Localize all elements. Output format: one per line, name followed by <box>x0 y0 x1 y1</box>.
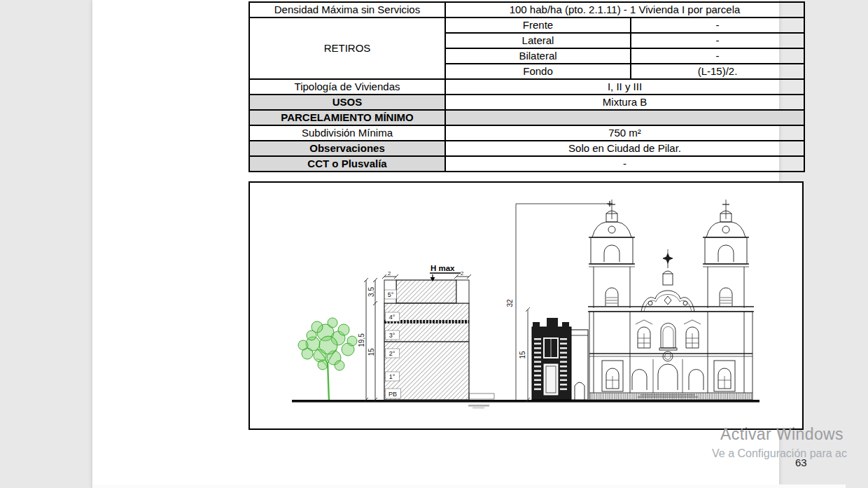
lower-floors-dim: 15 <box>368 348 375 356</box>
h-max-annotation: H max <box>430 264 461 281</box>
floor-label-1: 1° <box>389 373 396 380</box>
building-elevation <box>384 280 469 400</box>
floor-label-5: 5° <box>388 291 394 298</box>
tipologia-value: I, II y III <box>445 79 804 95</box>
retiros-frente-value: - <box>631 18 804 33</box>
parcelamiento-value <box>445 110 804 125</box>
activation-watermark-title: Activar Windows <box>720 425 844 444</box>
table-row: Tipología de Viviendas I, II y III <box>249 79 804 95</box>
horizontal-scrollbar[interactable] <box>92 484 846 488</box>
table-row: RETIROS Frente - <box>249 18 804 33</box>
activation-watermark-subtitle: Ve a Configuración para ac <box>712 447 847 460</box>
small-building-elevation <box>532 318 588 400</box>
zoning-table: Densidad Máxima sin Servicios 100 hab/ha… <box>248 1 805 172</box>
retiros-bilateral-value: - <box>631 48 804 64</box>
top-floor-dim: 3,5 <box>368 287 375 297</box>
retiros-lateral-value: - <box>631 33 804 48</box>
total-height-dim: 19,5 <box>358 333 365 347</box>
table-row: CCT o Plusvalía - <box>249 156 804 172</box>
retiros-frente-label: Frente <box>445 18 631 33</box>
tree-drawing <box>298 318 357 400</box>
setback-left-dim: 2 <box>388 270 391 277</box>
retiros-lateral-label: Lateral <box>445 33 631 48</box>
table-row: Subdivisión Mínima 750 m² <box>249 125 804 141</box>
table-row: Observaciones Solo en Ciudad de Pilar. <box>249 141 804 156</box>
setback-dimensions: 2 2 <box>382 270 471 279</box>
small-building-height-dim: 15 <box>519 351 526 359</box>
table-row: PARCELAMIENTO MÍNIMO <box>249 110 804 125</box>
setback-right-dim: 2 <box>461 270 463 277</box>
retiros-fondo-label: Fondo <box>445 64 631 79</box>
observaciones-label: Observaciones <box>249 141 445 156</box>
elevation-drawing: 5° 4° 3° 2° 1° PB H max <box>250 183 802 428</box>
document-page: Densidad Máxima sin Servicios 100 hab/ha… <box>92 0 779 488</box>
subdivision-label: Subdivisión Mínima <box>249 125 445 141</box>
floor-label-pb: PB <box>388 391 397 398</box>
retiros-label: RETIROS <box>249 18 445 79</box>
document-viewer: { "page": { "number": "63", "watermark_l… <box>0 0 868 488</box>
floor-label-4: 4° <box>389 314 396 321</box>
cct-label: CCT o Plusvalía <box>249 156 445 172</box>
church-height-dim: 32 <box>506 299 514 307</box>
church-tower <box>589 200 635 308</box>
church-elevation <box>588 200 754 400</box>
parcelamiento-label: PARCELAMIENTO MÍNIMO <box>249 110 445 125</box>
table-row: Densidad Máxima sin Servicios 100 hab/ha… <box>249 2 804 18</box>
floor-label-3: 3° <box>389 332 396 339</box>
usos-value: Mixtura B <box>445 95 804 110</box>
h-max-label: H max <box>430 264 455 272</box>
retiros-bilateral-label: Bilateral <box>445 48 631 64</box>
floor-label-2: 2° <box>389 350 396 357</box>
elevation-drawing-frame: 5° 4° 3° 2° 1° PB H max <box>248 181 804 430</box>
tipologia-label: Tipología de Viviendas <box>249 79 445 95</box>
building-dimensions: 19,5 3,5 15 <box>358 278 377 402</box>
cct-value: - <box>445 156 804 172</box>
table-row: USOS Mixtura B <box>249 95 804 110</box>
subdivision-value: 750 m² <box>445 125 804 141</box>
usos-label: USOS <box>249 95 445 110</box>
observaciones-value: Solo en Ciudad de Pilar. <box>445 141 804 156</box>
densidad-value: 100 hab/ha (pto. 2.1.11) - 1 Vivienda I … <box>445 2 804 18</box>
retiros-fondo-value: (L-15)/2. <box>631 64 804 79</box>
densidad-label: Densidad Máxima sin Servicios <box>249 2 445 18</box>
